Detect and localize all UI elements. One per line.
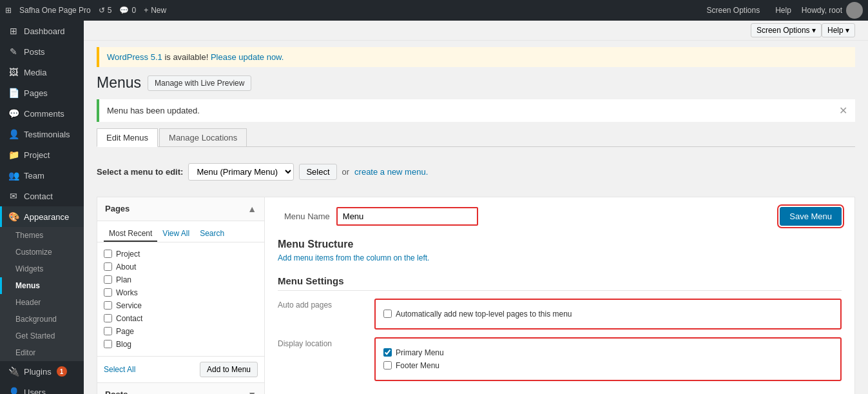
top-bar: Screen Options Help	[84, 21, 868, 41]
success-message: Menu has been updated.	[107, 106, 200, 115]
tab-edit-menus[interactable]: Edit Menus	[97, 128, 158, 147]
submenu-item-menus[interactable]: Menus	[0, 277, 84, 294]
sidebar-item-contact[interactable]: ✉ Contact	[0, 186, 84, 206]
primary-menu-label: Primary Menu	[396, 348, 444, 357]
comment-count[interactable]: 💬 0	[119, 6, 136, 15]
comments-icon: 💬	[8, 108, 19, 119]
posts-section: Posts ▼	[97, 382, 264, 394]
sidebar-item-project[interactable]: 📁 Project	[0, 144, 84, 165]
help-top-button[interactable]: Help	[822, 23, 855, 37]
select-button[interactable]: Select	[299, 164, 336, 180]
users-icon: 👤	[8, 387, 19, 394]
settings-control-auto-add: Automatically add new top-level pages to…	[374, 299, 842, 330]
menu-name-input[interactable]	[336, 207, 478, 226]
tab-manage-locations[interactable]: Manage Locations	[159, 128, 247, 146]
pages-section-header[interactable]: Pages ▲	[97, 197, 264, 221]
list-item: Works	[104, 286, 258, 299]
page-tab-most-recent[interactable]: Most Recent	[104, 226, 157, 242]
posts-chevron-icon: ▼	[247, 389, 256, 394]
site-name[interactable]: Safha One Page Pro	[19, 6, 91, 15]
team-icon: 👥	[8, 170, 19, 181]
menu-select-dropdown[interactable]: Menu (Primary Menu)	[188, 163, 294, 181]
select-all-link[interactable]: Select All	[104, 365, 135, 374]
menu-name-row: Menu Name Save Menu	[278, 207, 842, 226]
tab-navigation: Edit Menus Manage Locations	[97, 128, 855, 147]
page-header: Menus Manage with Live Preview	[97, 74, 855, 93]
avatar	[846, 2, 863, 19]
contact-icon: ✉	[8, 191, 19, 201]
page-checkbox-project[interactable]	[104, 250, 112, 258]
create-menu-link[interactable]: create a new menu.	[354, 167, 428, 177]
wp-version-link[interactable]: WordPress 5.1	[107, 52, 162, 62]
submenu-item-editor[interactable]: Editor	[0, 344, 84, 361]
select-menu-row: Select a menu to edit: Menu (Primary Men…	[97, 157, 855, 187]
add-to-menu-button[interactable]: Add to Menu	[200, 362, 258, 377]
submenu-item-get-started[interactable]: Get Started	[0, 328, 84, 344]
save-menu-top-button[interactable]: Save Menu	[780, 207, 842, 226]
pages-section-title: Pages	[105, 204, 130, 213]
submenu-item-themes[interactable]: Themes	[0, 227, 84, 244]
page-tab-view-all[interactable]: View All	[157, 226, 195, 242]
page-label-service: Service	[116, 301, 142, 310]
footer-menu-label: Footer Menu	[396, 361, 439, 370]
main-content: Screen Options Help WordPress 5.1 is ava…	[84, 21, 868, 394]
appearance-submenu: Themes Customize Widgets Menus Header Ba…	[0, 227, 84, 361]
page-checkbox-blog[interactable]	[104, 340, 112, 348]
menu-settings-section: Menu Settings Auto add pages Automatical…	[278, 275, 842, 381]
sidebar-item-users[interactable]: 👤 Users	[0, 382, 84, 394]
dashboard-icon: ⊞	[8, 26, 19, 36]
project-icon: 📁	[8, 150, 19, 160]
new-content[interactable]: + New	[144, 6, 166, 15]
page-checkbox-page[interactable]	[104, 327, 112, 335]
submenu-item-widgets[interactable]: Widgets	[0, 261, 84, 277]
menu-structure-hint: Add menu items from the column on the le…	[278, 253, 842, 262]
auto-add-label: Automatically add new top-level pages to…	[396, 310, 572, 319]
live-preview-button[interactable]: Manage with Live Preview	[148, 75, 251, 91]
posts-section-header[interactable]: Posts ▼	[97, 383, 264, 394]
sidebar-item-testimonials[interactable]: 👤 Testimonials	[0, 124, 84, 144]
page-checkbox-works[interactable]	[104, 288, 112, 297]
footer-menu-checkbox[interactable]	[383, 361, 392, 369]
settings-control-display-location: Primary Menu Footer Menu	[374, 337, 842, 381]
list-item: Contact	[104, 312, 258, 325]
update-link[interactable]: Please update now.	[211, 52, 284, 62]
page-label-works: Works	[116, 288, 138, 297]
page-label-project: Project	[116, 250, 140, 259]
auto-add-checkbox-item: Automatically add new top-level pages to…	[383, 308, 833, 320]
sidebar-item-appearance[interactable]: 🎨 Appearance	[0, 206, 84, 227]
primary-menu-checkbox[interactable]	[383, 348, 392, 357]
screen-options-top-button[interactable]: Screen Options	[751, 23, 822, 37]
sidebar-item-comments[interactable]: 💬 Comments	[0, 103, 84, 124]
auto-add-checkbox[interactable]	[383, 310, 392, 318]
page-checkbox-about[interactable]	[104, 262, 112, 271]
menu-right-panel: Menu Name Save Menu Menu Structure Add m…	[265, 197, 854, 394]
wp-logo[interactable]: ⊞	[5, 6, 12, 15]
screen-options-button[interactable]: Screen Options	[701, 3, 765, 17]
pages-footer: Select All Add to Menu	[97, 356, 264, 382]
page-tab-search[interactable]: Search	[195, 226, 229, 242]
update-notice: WordPress 5.1 is available! Please updat…	[97, 47, 855, 67]
page-label-page: Page	[116, 327, 134, 336]
page-title: Menus	[97, 74, 141, 93]
sidebar-item-plugins[interactable]: 🔌 Plugins 1	[0, 361, 84, 382]
page-checkbox-plan[interactable]	[104, 275, 112, 284]
list-item: Blog	[104, 338, 258, 351]
menu-left-panel: Pages ▲ Most Recent View All Search Proj…	[97, 197, 265, 394]
sidebar-item-dashboard[interactable]: ⊞ Dashboard	[0, 21, 84, 41]
dismiss-notice-button[interactable]: ✕	[839, 104, 847, 117]
sidebar-item-pages[interactable]: 📄 Pages	[0, 83, 84, 103]
revision-count[interactable]: ↺ 5	[99, 6, 112, 15]
sidebar-item-posts[interactable]: ✎ Posts	[0, 41, 84, 62]
page-label-plan: Plan	[116, 275, 131, 284]
list-item: Service	[104, 299, 258, 312]
sidebar-item-media[interactable]: 🖼 Media	[0, 62, 84, 83]
sidebar-item-team[interactable]: 👥 Team	[0, 165, 84, 186]
submenu-item-background[interactable]: Background	[0, 311, 84, 328]
page-checkbox-service[interactable]	[104, 301, 112, 310]
page-checkbox-contact[interactable]	[104, 314, 112, 322]
submenu-item-header[interactable]: Header	[0, 294, 84, 311]
user-menu[interactable]: Howdy, root	[802, 2, 863, 19]
submenu-item-customize[interactable]: Customize	[0, 244, 84, 261]
appearance-icon: 🎨	[8, 212, 19, 222]
help-button[interactable]: Help	[770, 3, 796, 17]
